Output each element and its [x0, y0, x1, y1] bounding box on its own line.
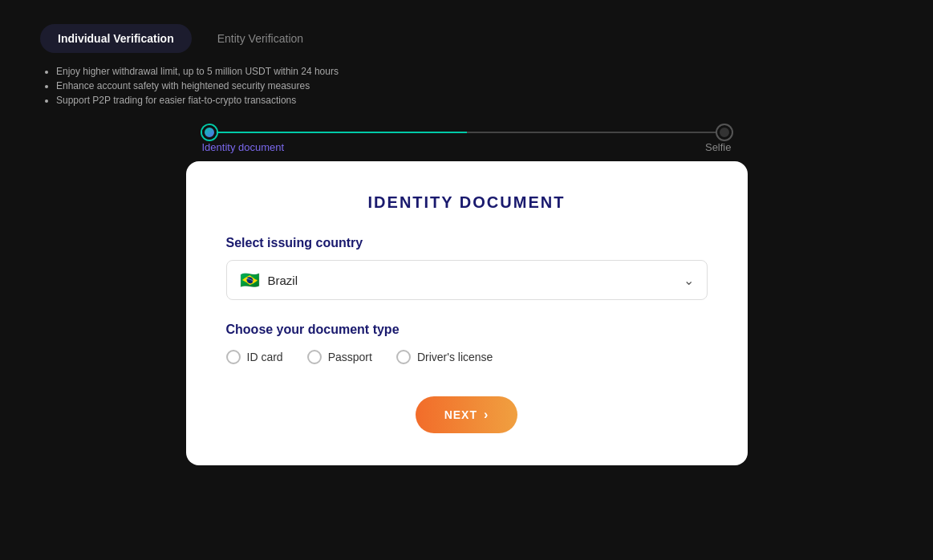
benefit-3: Support P2P trading for easier fiat-to-c… — [56, 95, 893, 106]
country-select[interactable]: 🇧🇷 Brazil ⌄ — [226, 260, 708, 300]
radio-circle-id-card — [226, 350, 241, 364]
identity-document-card: IDENTITY DOCUMENT Select issuing country… — [186, 161, 748, 465]
step-1-dot — [202, 125, 217, 140]
step-2-label: Selfie — [705, 141, 732, 153]
radio-passport[interactable]: Passport — [307, 350, 372, 364]
radio-label-id-card: ID card — [247, 351, 283, 363]
doc-type-section: Choose your document type ID card Passpo… — [226, 323, 708, 364]
radio-drivers-license[interactable]: Driver's license — [396, 350, 493, 364]
radio-label-passport: Passport — [328, 351, 372, 363]
radio-group: ID card Passport Driver's license — [226, 350, 708, 364]
step-1-label: Identity document — [202, 141, 285, 153]
radio-circle-drivers-license — [396, 350, 411, 364]
country-flag: 🇧🇷 — [240, 270, 260, 290]
next-btn-wrapper: NEXT › — [226, 396, 708, 433]
radio-id-card[interactable]: ID card — [226, 350, 283, 364]
next-button-label: NEXT — [444, 408, 477, 421]
progress-bar — [202, 130, 732, 135]
next-button[interactable]: NEXT › — [416, 396, 518, 433]
benefit-2: Enhance account safety with heightened s… — [56, 80, 893, 91]
progress-labels: Identity document Selfie — [202, 141, 732, 153]
benefit-1: Enjoy higher withdrawal limit, up to 5 m… — [56, 66, 893, 77]
next-arrow-icon: › — [484, 408, 489, 422]
radio-circle-passport — [307, 350, 322, 364]
top-bar: Individual Verification Entity Verificat… — [0, 0, 933, 122]
tabs-container: Individual Verification Entity Verificat… — [40, 24, 893, 53]
chevron-down-icon: ⌄ — [684, 273, 694, 288]
progress-section: Identity document Selfie — [186, 122, 748, 153]
card-title: IDENTITY DOCUMENT — [226, 193, 708, 212]
step-2-dot — [717, 125, 732, 140]
doc-type-section-label: Choose your document type — [226, 323, 708, 337]
radio-label-drivers-license: Driver's license — [417, 351, 493, 363]
tab-entity[interactable]: Entity Verification — [200, 24, 321, 53]
country-select-left: 🇧🇷 Brazil — [240, 270, 298, 290]
tab-individual[interactable]: Individual Verification — [40, 24, 192, 53]
country-section-label: Select issuing country — [226, 236, 708, 250]
benefits-list: Enjoy higher withdrawal limit, up to 5 m… — [40, 66, 893, 106]
country-name: Brazil — [268, 274, 298, 287]
progress-track — [202, 132, 732, 133]
